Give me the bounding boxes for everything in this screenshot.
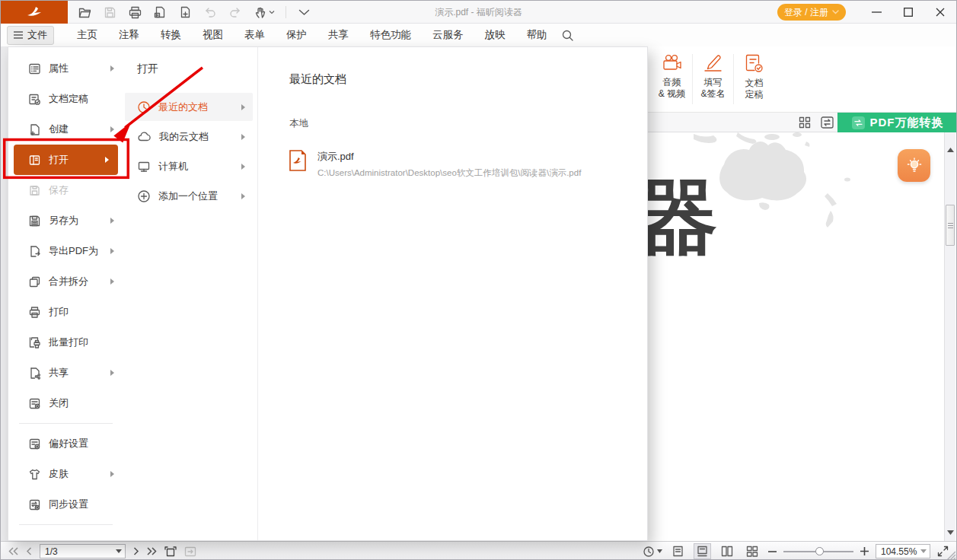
merge-split-icon bbox=[28, 275, 41, 288]
file-menu-overlay: 属性 文档定稿 创建 打开 保存 另 bbox=[8, 46, 648, 541]
location-computer[interactable]: 计算机 bbox=[125, 152, 253, 180]
new-doc-icon[interactable] bbox=[177, 5, 193, 20]
tab-slideshow[interactable]: 放映 bbox=[474, 24, 516, 46]
tab-help[interactable]: 帮助 bbox=[516, 24, 558, 46]
zoom-value-box[interactable]: 104.55% bbox=[876, 544, 930, 558]
undo-icon bbox=[203, 5, 218, 20]
submenu-arrow-icon bbox=[110, 65, 114, 72]
foxit-reader-window: 演示.pdf - 福昕阅读器 登录 / 注册 文件 主页 注释 转换 视图 表单… bbox=[0, 0, 957, 560]
actual-size-icon[interactable] bbox=[164, 546, 177, 557]
vertical-scrollbar[interactable] bbox=[944, 132, 955, 541]
recent-file-item[interactable]: 演示.pdf C:\Users\Administrator\Desktop\se… bbox=[289, 150, 647, 179]
menu-item-open[interactable]: 打开 bbox=[14, 145, 118, 175]
minimize-button[interactable] bbox=[860, 1, 892, 24]
next-page-icon[interactable] bbox=[133, 547, 139, 555]
resize-grip[interactable] bbox=[945, 549, 955, 560]
close-doc-icon bbox=[28, 397, 41, 410]
prev-page-icon[interactable] bbox=[26, 547, 32, 555]
tab-home[interactable]: 主页 bbox=[66, 24, 108, 46]
export-pdf-icon bbox=[28, 245, 41, 258]
menu-item-properties[interactable]: 属性 bbox=[8, 53, 123, 84]
audio-video-button[interactable]: 音频& 视频 bbox=[652, 46, 692, 112]
login-register-button[interactable]: 登录 / 注册 bbox=[777, 4, 846, 21]
search-icon[interactable] bbox=[561, 29, 574, 42]
sync-settings-icon bbox=[28, 498, 41, 511]
rotate-view-button[interactable] bbox=[643, 546, 662, 558]
hamburger-icon bbox=[14, 31, 23, 39]
pdf-convert-button[interactable]: PDF万能转换 bbox=[837, 113, 957, 132]
location-recent-documents[interactable]: 最近的文档 bbox=[125, 93, 253, 121]
customize-toolbar-icon[interactable] bbox=[296, 5, 311, 20]
menu-item-batch-print[interactable]: 批量打印 bbox=[8, 327, 123, 358]
video-camera-icon bbox=[661, 53, 684, 73]
single-page-icon[interactable] bbox=[669, 543, 687, 559]
print-icon[interactable] bbox=[127, 5, 142, 20]
zoom-out-icon[interactable] bbox=[768, 551, 777, 552]
tab-convert[interactable]: 转换 bbox=[150, 24, 192, 46]
menu-item-print[interactable]: 打印 bbox=[8, 297, 123, 327]
computer-icon bbox=[137, 160, 151, 173]
last-page-icon[interactable] bbox=[147, 547, 157, 555]
ribbon-tabs: 主页 注释 转换 视图 表单 保护 共享 特色功能 云服务 放映 帮助 bbox=[66, 24, 558, 46]
audio-video-label: 音频& 视频 bbox=[659, 77, 685, 100]
submenu-arrow-icon bbox=[110, 218, 114, 224]
fit-page-icon[interactable] bbox=[184, 546, 196, 557]
menu-item-sync-settings[interactable]: 同步设置 bbox=[8, 489, 123, 520]
close-button[interactable] bbox=[924, 1, 956, 24]
scrollbar-thumb[interactable] bbox=[946, 205, 955, 246]
recent-file-name: 演示.pdf bbox=[317, 150, 581, 164]
menu-item-skin[interactable]: 皮肤 bbox=[8, 459, 123, 489]
submenu-arrow-icon bbox=[241, 164, 245, 170]
scroll-down-icon[interactable] bbox=[947, 530, 954, 535]
fill-sign-button[interactable]: 填写&签名 bbox=[693, 46, 733, 112]
doc-finalize-button[interactable]: 文档定稿 bbox=[734, 46, 774, 112]
recent-file-text: 演示.pdf C:\Users\Administrator\Desktop\se… bbox=[317, 150, 581, 179]
zoom-slider[interactable] bbox=[783, 551, 853, 552]
continuous-facing-icon[interactable] bbox=[743, 543, 761, 559]
location-add-place[interactable]: 添加一个位置 bbox=[125, 182, 253, 210]
maximize-button[interactable] bbox=[892, 1, 924, 24]
assistant-bubble[interactable] bbox=[898, 149, 930, 182]
page-indicator-box[interactable]: 1/3 bbox=[40, 544, 126, 558]
location-cloud-documents[interactable]: 我的云文档 bbox=[125, 123, 253, 151]
share-icon bbox=[28, 367, 41, 380]
export-doc-icon[interactable] bbox=[152, 5, 167, 20]
menu-divider bbox=[19, 423, 113, 424]
scroll-up-icon[interactable] bbox=[947, 148, 954, 152]
menu-item-share[interactable]: 共享 bbox=[8, 358, 123, 388]
file-menu-sidebar: 属性 文档定稿 创建 打开 保存 另 bbox=[8, 47, 123, 540]
tab-share[interactable]: 共享 bbox=[317, 24, 359, 46]
skin-icon bbox=[28, 468, 41, 481]
tab-form[interactable]: 表单 bbox=[234, 24, 276, 46]
tab-cloud[interactable]: 云服务 bbox=[422, 24, 474, 46]
menu-item-merge-split[interactable]: 合并拆分 bbox=[8, 266, 123, 297]
menu-item-close[interactable]: 关闭 bbox=[8, 388, 123, 418]
save-as-icon bbox=[28, 215, 41, 228]
menu-bar: 文件 主页 注释 转换 视图 表单 保护 共享 特色功能 云服务 放映 帮助 bbox=[1, 24, 956, 46]
tab-features[interactable]: 特色功能 bbox=[359, 24, 422, 46]
menu-item-save-as[interactable]: 另存为 bbox=[8, 205, 123, 236]
menu-item-preferences[interactable]: 偏好设置 bbox=[8, 428, 123, 459]
create-icon bbox=[28, 123, 41, 136]
submenu-arrow-icon bbox=[241, 193, 245, 199]
zoom-in-icon[interactable] bbox=[860, 547, 869, 555]
tab-view[interactable]: 视图 bbox=[192, 24, 234, 46]
grid-view-icon[interactable] bbox=[799, 116, 811, 129]
zoom-dropdown-icon bbox=[920, 549, 927, 553]
first-page-icon[interactable] bbox=[8, 547, 18, 555]
hand-tool-icon[interactable] bbox=[253, 5, 276, 20]
menu-item-create[interactable]: 创建 bbox=[8, 114, 123, 145]
menu-item-doc-finalize[interactable]: 文档定稿 bbox=[8, 84, 123, 114]
add-location-icon bbox=[137, 189, 151, 203]
menu-item-export-pdf[interactable]: 导出PDF为 bbox=[8, 236, 123, 266]
continuous-page-icon[interactable] bbox=[694, 543, 711, 559]
open-folder-icon[interactable] bbox=[77, 5, 92, 20]
zoom-slider-handle[interactable] bbox=[815, 547, 824, 555]
caret-down-icon bbox=[657, 549, 662, 553]
lightbulb-icon bbox=[905, 157, 924, 175]
file-menu-button[interactable]: 文件 bbox=[7, 26, 54, 45]
tab-comment[interactable]: 注释 bbox=[108, 24, 150, 46]
facing-page-icon[interactable] bbox=[718, 543, 736, 559]
swap-doc-icon[interactable] bbox=[821, 116, 834, 129]
tab-protect[interactable]: 保护 bbox=[276, 24, 317, 46]
